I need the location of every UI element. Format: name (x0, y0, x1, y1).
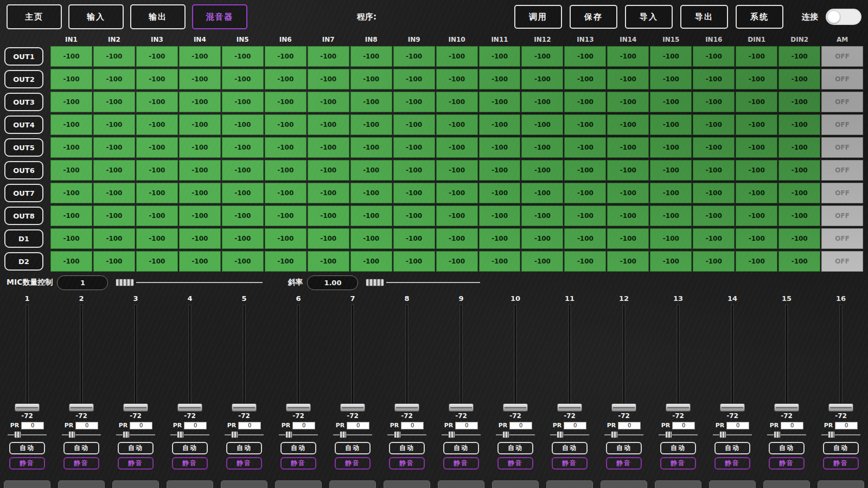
mic-count-slider[interactable] (113, 278, 263, 287)
fader-handle[interactable] (666, 403, 691, 412)
matrix-cell[interactable]: -100 (778, 160, 820, 181)
mute-button[interactable]: 静音 (714, 457, 750, 470)
pr-input[interactable]: 0 (292, 422, 315, 429)
matrix-cell[interactable]: -100 (564, 46, 606, 67)
pr-input[interactable]: 0 (672, 422, 695, 429)
matrix-cell[interactable]: -100 (607, 92, 649, 112)
mute-button[interactable]: 静音 (118, 457, 154, 470)
channel-mini-slider[interactable] (170, 431, 209, 438)
matrix-cell[interactable]: -100 (736, 228, 777, 249)
matrix-row-label[interactable]: OUT1 (4, 47, 43, 66)
pr-input[interactable]: 0 (347, 422, 369, 429)
matrix-cell[interactable]: -100 (607, 160, 649, 181)
matrix-cell[interactable]: -100 (136, 137, 178, 158)
matrix-cell[interactable]: -100 (136, 160, 178, 181)
channel-mini-slider-handle[interactable] (123, 431, 130, 438)
matrix-cell[interactable]: -100 (179, 228, 221, 249)
auto-button[interactable]: 自动 (280, 442, 316, 454)
matrix-cell[interactable]: -100 (350, 228, 392, 249)
matrix-cell[interactable]: -100 (736, 183, 777, 203)
pr-input[interactable]: 0 (75, 422, 98, 429)
channel-mini-slider-handle[interactable] (285, 431, 292, 438)
channel-mini-slider[interactable] (604, 431, 643, 438)
matrix-cell[interactable]: -100 (736, 69, 777, 89)
matrix-cell[interactable]: -100 (479, 206, 521, 226)
fader-track[interactable] (623, 304, 626, 412)
matrix-cell[interactable]: -100 (607, 114, 649, 135)
matrix-cell[interactable]: -100 (265, 251, 307, 272)
mic-count-input[interactable]: 1 (57, 275, 108, 290)
matrix-cell[interactable]: -100 (179, 137, 221, 158)
matrix-cell[interactable]: -100 (436, 114, 478, 135)
fader-handle[interactable] (720, 403, 745, 412)
mute-button[interactable]: 静音 (172, 457, 208, 470)
matrix-cell[interactable]: -100 (265, 114, 307, 135)
channel-mini-slider[interactable] (496, 431, 535, 438)
matrix-cell[interactable]: -100 (93, 228, 135, 249)
matrix-cell[interactable]: -100 (265, 183, 307, 203)
matrix-cell[interactable]: -100 (693, 251, 735, 272)
matrix-cell[interactable]: -100 (393, 92, 435, 112)
matrix-cell[interactable]: -100 (564, 160, 606, 181)
matrix-cell[interactable]: -100 (650, 206, 692, 226)
mute-button[interactable]: 静音 (389, 457, 425, 470)
matrix-cell-am[interactable]: OFF (821, 46, 863, 67)
matrix-cell[interactable]: -100 (393, 251, 435, 272)
matrix-cell[interactable]: -100 (521, 251, 563, 272)
auto-button[interactable]: 自动 (9, 442, 45, 454)
matrix-cell[interactable]: -100 (778, 114, 820, 135)
matrix-cell[interactable]: -100 (308, 137, 349, 158)
matrix-cell[interactable]: -100 (479, 160, 521, 181)
matrix-cell[interactable]: -100 (50, 160, 92, 181)
pr-input[interactable]: 0 (509, 422, 532, 429)
fader-track[interactable] (135, 304, 137, 412)
channel-mini-slider-handle[interactable] (14, 431, 21, 438)
fader-track[interactable] (569, 304, 571, 412)
matrix-cell[interactable]: -100 (50, 137, 92, 158)
matrix-cell[interactable]: -100 (650, 92, 692, 112)
matrix-cell[interactable]: -100 (650, 160, 692, 181)
matrix-cell[interactable]: -100 (393, 183, 435, 203)
fader-track[interactable] (26, 304, 29, 412)
matrix-cell[interactable]: -100 (521, 160, 563, 181)
channel-mini-slider[interactable] (387, 431, 426, 438)
fader-track[interactable] (406, 304, 409, 412)
channel-mini-slider[interactable] (767, 431, 806, 438)
matrix-cell[interactable]: -100 (136, 46, 178, 67)
fader-track[interactable] (677, 304, 680, 412)
matrix-cell[interactable]: -100 (693, 69, 735, 89)
auto-button[interactable]: 自动 (497, 442, 533, 454)
mute-button[interactable]: 静音 (660, 457, 696, 470)
matrix-cell[interactable]: -100 (436, 251, 478, 272)
matrix-cell[interactable]: -100 (350, 114, 392, 135)
mute-button[interactable]: 静音 (606, 457, 642, 470)
matrix-cell[interactable]: -100 (736, 206, 777, 226)
matrix-cell[interactable]: -100 (479, 46, 521, 67)
matrix-cell[interactable]: -100 (521, 228, 563, 249)
matrix-cell[interactable]: -100 (265, 46, 307, 67)
matrix-cell[interactable]: -100 (393, 137, 435, 158)
matrix-cell[interactable]: -100 (693, 160, 735, 181)
matrix-cell-am[interactable]: OFF (821, 137, 863, 158)
matrix-cell[interactable]: -100 (50, 206, 92, 226)
matrix-cell[interactable]: -100 (778, 137, 820, 158)
output-button[interactable]: 输出 (130, 4, 186, 29)
matrix-cell[interactable]: -100 (350, 183, 392, 203)
matrix-cell[interactable]: -100 (179, 251, 221, 272)
channel-mini-slider[interactable] (442, 431, 481, 438)
matrix-cell[interactable]: -100 (179, 114, 221, 135)
mute-button[interactable]: 静音 (335, 457, 371, 470)
channel-mini-slider[interactable] (225, 431, 264, 438)
matrix-cell[interactable]: -100 (350, 206, 392, 226)
matrix-cell[interactable]: -100 (393, 69, 435, 89)
fader-track[interactable] (189, 304, 192, 412)
pr-input[interactable]: 0 (726, 422, 749, 429)
matrix-cell[interactable]: -100 (179, 46, 221, 67)
fader-handle[interactable] (774, 403, 799, 412)
matrix-cell[interactable]: -100 (479, 114, 521, 135)
matrix-cell[interactable]: -100 (308, 183, 349, 203)
matrix-row-label[interactable]: OUT4 (4, 115, 43, 134)
matrix-cell[interactable]: -100 (93, 114, 135, 135)
import-button[interactable]: 导入 (625, 5, 673, 29)
fader-handle[interactable] (394, 403, 419, 412)
